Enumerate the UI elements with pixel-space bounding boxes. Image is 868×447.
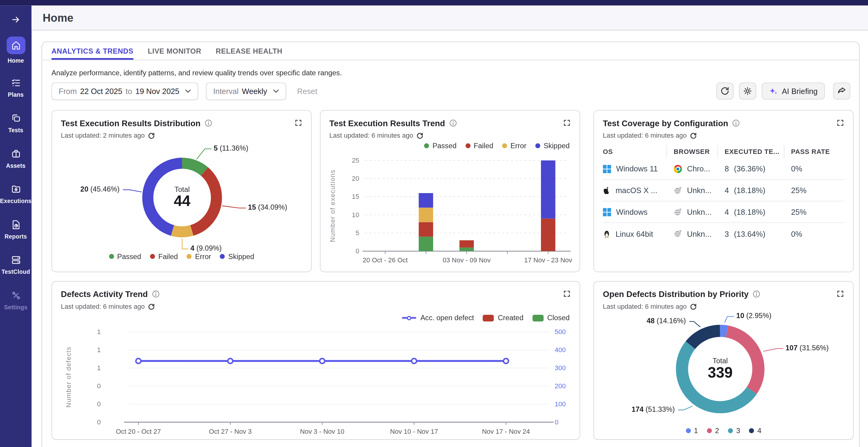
legend-item-4[interactable]: 4 — [749, 426, 762, 435]
main-content: ANALYTICS & TRENDS LIVE MONITOR RELEASE … — [32, 31, 868, 447]
apple-icon — [603, 186, 611, 195]
line-marker-icon — [402, 317, 416, 319]
column-executed[interactable]: EXECUTED TE... — [724, 145, 784, 158]
date-range-dropdown[interactable]: From 22 Oct 2025 to 19 Nov 2025 — [52, 83, 198, 100]
tab-bar: ANALYTICS & TRENDS LIVE MONITOR RELEASE … — [42, 42, 859, 61]
legend-item-Error[interactable]: Error — [187, 252, 211, 261]
sidebar-expand-button[interactable] — [0, 14, 32, 25]
table-row[interactable]: Linux 64bit ? Unkn... 3(13.64%) 0% — [603, 223, 844, 245]
legend-item-1[interactable]: 1 — [686, 426, 698, 435]
svg-text:0: 0 — [97, 400, 101, 408]
execution-distribution-legend: PassedFailedErrorSkipped — [52, 252, 311, 261]
tab-live-monitor[interactable]: LIVE MONITOR — [148, 42, 201, 60]
info-icon[interactable] — [449, 119, 458, 127]
sidebar-item-executions[interactable]: Executions — [0, 184, 32, 204]
legend-item-Passed[interactable]: Passed — [109, 252, 141, 261]
legend-item-Failed[interactable]: Failed — [465, 141, 493, 150]
expand-icon[interactable] — [294, 119, 302, 127]
expand-icon[interactable] — [836, 290, 844, 297]
share-button[interactable] — [833, 83, 850, 100]
card-title: Test Coverage by Configuration — [603, 118, 728, 128]
svg-text:03 Nov - 09 Nov: 03 Nov - 09 Nov — [443, 256, 491, 264]
column-browser[interactable]: BROWSER — [674, 145, 718, 158]
info-icon[interactable] — [732, 119, 741, 127]
legend-item-Error[interactable]: Error — [502, 141, 527, 150]
pass-rate-value: 25% — [791, 186, 845, 195]
dashboard-panel: ANALYTICS & TRENDS LIVE MONITOR RELEASE … — [41, 41, 860, 447]
arrow-right-icon — [10, 14, 21, 25]
card-title: Test Execution Results Trend — [330, 118, 445, 128]
info-icon[interactable] — [752, 290, 761, 298]
tab-release-health[interactable]: RELEASE HEALTH — [216, 42, 282, 60]
svg-text:20 Oct - 26 Oct: 20 Oct - 26 Oct — [363, 256, 407, 264]
card-test-execution-results-trend: Test Execution Results Trend Last update… — [320, 110, 580, 272]
sidebar-item-assets[interactable]: Assets — [0, 148, 32, 169]
refresh-icon[interactable] — [690, 303, 697, 310]
slice-label-Error: 4 (9.09%) — [190, 244, 222, 252]
windows-icon — [603, 208, 611, 216]
sidebar-item-tests[interactable]: Tests — [0, 113, 32, 133]
unknown-browser-icon: ? — [674, 186, 682, 195]
table-row[interactable]: macOS X ... ? Unkn... 4(18.18%) 25% — [603, 180, 844, 201]
legend-item-Skipped[interactable]: Skipped — [220, 252, 254, 261]
interval-dropdown[interactable]: Interval Weekly — [206, 83, 286, 100]
svg-text:25: 25 — [352, 157, 360, 164]
expand-icon[interactable] — [836, 119, 844, 127]
legend-item-Failed[interactable]: Failed — [150, 252, 178, 261]
ai-briefing-button[interactable]: AI Briefing — [762, 83, 825, 100]
expand-icon[interactable] — [563, 119, 571, 127]
last-updated-text: Last updated: 6 minutes ago — [603, 132, 687, 139]
info-icon[interactable] — [204, 119, 213, 127]
card-test-execution-results-distribution: Test Execution Results Distribution Last… — [52, 110, 312, 272]
slice-label-3: 174 (51.33%) — [632, 405, 675, 413]
svg-text:5: 5 — [355, 229, 359, 237]
sidebar-item-reports[interactable]: Reports — [0, 219, 32, 240]
refresh-button[interactable] — [716, 83, 734, 100]
refresh-icon[interactable] — [416, 132, 424, 139]
column-os[interactable]: OS — [603, 145, 667, 158]
page-description: Analyze performance, identify patterns, … — [52, 69, 342, 77]
tab-analytics-trends[interactable]: ANALYTICS & TRENDS — [52, 42, 133, 60]
unknown-browser-icon: ? — [674, 208, 682, 216]
refresh-icon[interactable] — [690, 132, 697, 139]
svg-text:1: 1 — [97, 328, 101, 336]
donut-total: Total44 — [174, 185, 190, 210]
column-pass-rate[interactable]: PASS RATE — [791, 145, 845, 158]
svg-text:20: 20 — [352, 175, 360, 182]
settings-tools-icon — [10, 290, 22, 301]
slice-label-1: 10 (2.95%) — [736, 312, 772, 320]
legend-item-2[interactable]: 2 — [707, 426, 719, 435]
pass-rate-value: 0% — [791, 164, 845, 173]
refresh-icon[interactable] — [148, 303, 155, 310]
card-title: Test Execution Results Distribution — [61, 118, 200, 128]
sidebar-item-plans[interactable]: Plans — [0, 77, 32, 98]
sidebar-item-home[interactable]: Home — [0, 36, 32, 64]
table-row[interactable]: Windows 11 Chro... 8(36.36%) 0% — [603, 158, 844, 180]
reset-button[interactable]: Reset — [297, 87, 317, 95]
legend-acc-open-defect[interactable]: Acc. open defect — [402, 314, 474, 322]
donut-total: Total339 — [708, 357, 733, 381]
table-row[interactable]: Windows ? Unkn... 4(18.18%) 25% — [603, 201, 844, 223]
legend-created[interactable]: Created — [483, 314, 524, 322]
sidebar-item-testcloud[interactable]: TestCloud — [0, 255, 32, 275]
legend-item-Passed[interactable]: Passed — [424, 141, 457, 150]
svg-text:Number of defects: Number of defects — [65, 346, 72, 407]
legend-item-3[interactable]: 3 — [728, 426, 740, 435]
slice-label-Passed: 5 (11.36%) — [214, 144, 248, 152]
expand-icon[interactable] — [563, 290, 571, 297]
svg-text:15: 15 — [352, 193, 360, 200]
sidebar-item-settings[interactable]: Settings — [0, 290, 32, 310]
info-icon[interactable] — [152, 290, 160, 298]
card-open-defects-distribution-by-priority: Open Defects Distribution by Priority La… — [593, 281, 854, 440]
last-updated-text: Last updated: 6 minutes ago — [330, 132, 413, 139]
card-test-coverage-by-configuration: Test Coverage by Configuration Last upda… — [593, 110, 854, 272]
svg-text:Oct 27 - Nov 3: Oct 27 - Nov 3 — [209, 428, 252, 435]
reports-icon — [10, 219, 22, 230]
legend-closed[interactable]: Closed — [532, 314, 569, 322]
widget-settings-button[interactable] — [739, 83, 756, 100]
created-marker-icon — [483, 315, 494, 321]
sidebar: Home Plans Tests Assets Executions — [0, 5, 32, 447]
svg-text:?: ? — [679, 229, 681, 234]
legend-item-Skipped[interactable]: Skipped — [535, 141, 569, 150]
refresh-icon[interactable] — [148, 132, 155, 139]
